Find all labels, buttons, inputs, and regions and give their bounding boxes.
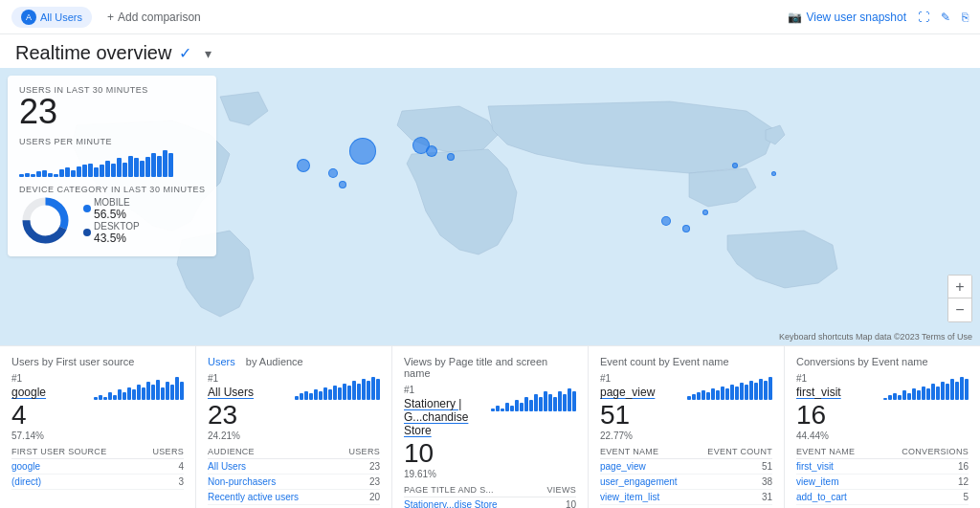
col-header-2: USERS xyxy=(336,445,380,459)
map-credits: Keyboard shortcuts Map data ©2023 Terms … xyxy=(779,332,972,342)
row-name[interactable]: add_to_cart xyxy=(796,489,882,504)
row-value: 2 xyxy=(882,504,969,508)
mini-bar xyxy=(362,379,366,400)
mobile-pct: 56.5% xyxy=(94,208,130,221)
upm-bar xyxy=(94,167,99,177)
mini-bar xyxy=(706,392,710,400)
row-name[interactable]: first_visit xyxy=(796,458,882,474)
desktop-info: DESKTOP 43.5% xyxy=(94,221,140,245)
upm-bar xyxy=(100,165,104,177)
row-name[interactable]: Recently active users xyxy=(208,489,336,504)
col-header-1: AUDIENCE xyxy=(208,445,336,459)
fullscreen-button[interactable]: ⛶ xyxy=(918,11,929,24)
mini-bar xyxy=(295,396,299,400)
metric-pct: 22.77% xyxy=(600,431,655,441)
row-name[interactable]: (direct) xyxy=(11,474,142,489)
mini-bar xyxy=(309,393,313,400)
mini-bar xyxy=(764,381,768,400)
mini-bar xyxy=(132,389,136,400)
mini-bar xyxy=(333,386,337,400)
table-row: (direct)3 xyxy=(11,474,184,489)
edit-icon: ✎ xyxy=(941,11,950,24)
activity-dot xyxy=(661,216,671,226)
mini-bar xyxy=(175,377,179,400)
upm-bar xyxy=(71,170,76,177)
row-name[interactable]: view_item xyxy=(796,474,882,489)
card-title-1: Users by Audience xyxy=(208,356,380,367)
upm-bar xyxy=(36,171,41,177)
row-value: 23 xyxy=(336,458,380,474)
metric-name: first_visit xyxy=(796,386,841,399)
card-title-3: Event count by Event name xyxy=(600,356,772,367)
mini-bar xyxy=(376,379,380,400)
row-name[interactable]: page_view xyxy=(600,458,694,474)
add-comparison-button[interactable]: + Add comparison xyxy=(100,8,209,27)
mini-bar xyxy=(367,381,370,400)
row-name[interactable]: user_engagement xyxy=(600,474,694,489)
mini-bar xyxy=(687,396,691,400)
mini-bar xyxy=(151,385,155,400)
card-rank-3: #1page_view5122.77% xyxy=(600,373,772,441)
upm-chart xyxy=(19,150,205,177)
col-header-2: VIEWS xyxy=(538,483,576,497)
cards-section: Users by First user source#1google457.14… xyxy=(0,345,980,508)
mini-bar xyxy=(319,391,323,400)
rank-label: #1 xyxy=(404,385,485,395)
upm-bar xyxy=(163,150,167,177)
card-mini-chart-2 xyxy=(491,388,576,411)
upm-bar xyxy=(122,163,127,177)
upm-bar xyxy=(117,158,122,177)
card-mini-chart-1 xyxy=(295,377,380,400)
zoom-in-button[interactable]: + xyxy=(948,276,971,298)
desktop-label: DESKTOP xyxy=(94,221,140,232)
row-name[interactable]: Stationery...dise Store xyxy=(404,497,538,508)
mini-bar xyxy=(754,383,758,400)
analytics-card-2: Views by Page title and screen name#1Sta… xyxy=(392,346,589,508)
activity-dot xyxy=(349,138,376,165)
share-button[interactable]: ⎘ xyxy=(962,11,969,24)
activity-dot xyxy=(447,153,455,161)
device-section: DEVICE CATEGORY IN LAST 30 MINUTES MOBIL… xyxy=(19,185,205,247)
metric-number: 51 xyxy=(600,401,655,431)
row-value: 5 xyxy=(882,489,969,504)
mini-bar xyxy=(711,388,715,400)
row-value: 3 xyxy=(142,474,184,489)
page-title: Realtime overview xyxy=(15,42,171,64)
metric-pct: 44.44% xyxy=(796,431,841,441)
row-name[interactable]: google xyxy=(11,458,142,474)
chevron-down-icon[interactable]: ▾ xyxy=(199,45,216,62)
mini-bar xyxy=(716,390,720,400)
mini-bar xyxy=(137,385,141,400)
activity-dot xyxy=(426,145,437,157)
mobile-label: MOBILE xyxy=(94,197,130,208)
activity-dot xyxy=(682,225,690,232)
upm-bar xyxy=(59,169,64,177)
card-title-main[interactable]: Users xyxy=(208,356,235,367)
row-name[interactable]: view_item_list xyxy=(600,489,694,504)
mini-bar xyxy=(572,391,576,411)
row-name[interactable]: All Users xyxy=(208,458,336,474)
row-name[interactable]: begin_checkout xyxy=(796,504,882,508)
mini-bar xyxy=(103,397,107,400)
camera-icon: 📷 xyxy=(788,11,802,24)
user-segment-pill[interactable]: A All Users xyxy=(11,7,92,28)
row-name[interactable]: Non-purchasers xyxy=(208,474,336,489)
row-value: 10 xyxy=(538,497,576,508)
mini-bar xyxy=(127,387,131,400)
view-snapshot-button[interactable]: 📷 View user snapshot xyxy=(788,11,906,24)
mini-bar xyxy=(888,395,892,400)
row-value: 12 xyxy=(882,474,969,489)
upm-bar xyxy=(140,161,145,177)
edit-button[interactable]: ✎ xyxy=(941,11,950,24)
row-name[interactable]: session_start xyxy=(600,504,694,508)
plus-icon: + xyxy=(107,11,114,24)
rank-label: #1 xyxy=(11,373,46,384)
row-name[interactable]: Engaged Users xyxy=(208,504,336,508)
mini-bar xyxy=(529,400,533,411)
zoom-out-button[interactable]: − xyxy=(948,298,971,321)
mini-bar xyxy=(323,387,327,400)
analytics-card-1: Users by Audience#1All Users2324.21%AUDI… xyxy=(196,346,392,508)
table-row: Engaged Users6 xyxy=(208,504,380,508)
col-header-1: EVENT NAME xyxy=(600,445,694,459)
col-header-2: EVENT COUNT xyxy=(694,445,772,459)
